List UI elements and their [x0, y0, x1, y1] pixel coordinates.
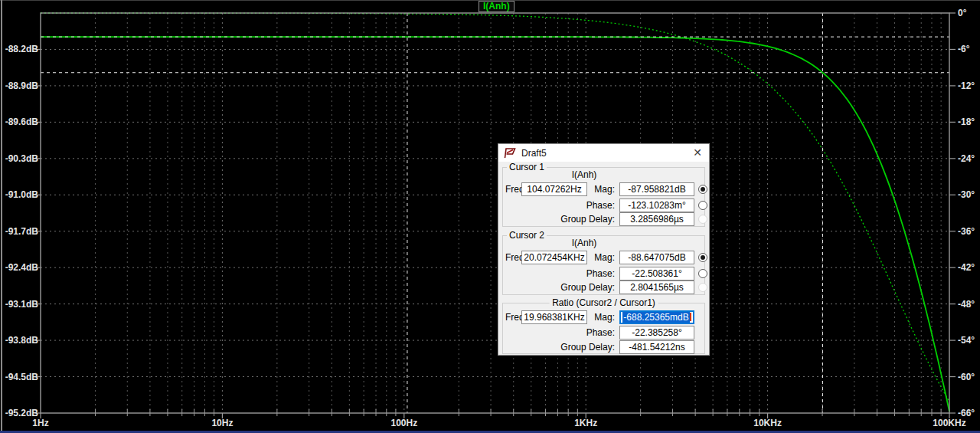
cursor2-mag-radio[interactable] [698, 253, 707, 262]
left-axis-label[interactable]: -91.7dB [5, 226, 39, 237]
cursor1-phase-radio[interactable] [698, 201, 707, 210]
ltspice-logo-icon [504, 147, 516, 159]
ltspice-waveform-window: -88.2dB-88.9dB-89.6dB-90.3dB-91.0dB-91.7… [0, 0, 980, 433]
cursor2-gd-field[interactable]: 2.8041565µs [619, 280, 694, 294]
ratio-mag-field[interactable]: -688.25365mdB [619, 310, 694, 324]
ratio-heading: Ratio (Cursor2 / Cursor1) [549, 297, 658, 308]
cursor1-phase-field[interactable]: -123.10283m° [619, 198, 694, 212]
cursor1-mag-radio[interactable] [698, 185, 707, 194]
right-axis-label[interactable]: 0° [958, 8, 967, 18]
right-axis-label[interactable]: -12° [958, 80, 975, 91]
ratio-mag-label: Mag: [546, 310, 615, 324]
left-axis-label[interactable]: -91.0dB [5, 189, 39, 200]
left-axis-label[interactable]: -93.8dB [5, 335, 39, 346]
left-axis-label[interactable]: -93.1dB [5, 299, 39, 310]
left-axis-label[interactable]: -90.3dB [5, 153, 39, 164]
selected-text: -688.25365mdB [622, 312, 689, 323]
left-axis-label[interactable]: -92.4dB [5, 262, 39, 273]
dialog-titlebar[interactable]: Draft5 ✕ [498, 144, 709, 162]
plot-area[interactable] [41, 13, 949, 413]
ratio-gd-field[interactable]: -481.54212ns [619, 340, 694, 354]
right-axis-label[interactable]: -18° [958, 116, 975, 127]
cursor1-signal: I(Anh) [503, 169, 665, 180]
x-axis-label[interactable]: 100Hz [390, 418, 417, 428]
cursor1-group: Cursor 1 I(Anh) Freq: 104.07262Hz Mag: -… [502, 167, 705, 227]
right-axis-label[interactable]: -24° [958, 153, 975, 164]
right-axis-label[interactable]: -60° [958, 372, 975, 382]
left-axis-label[interactable]: -94.5dB [5, 372, 39, 382]
cursor2-mag-label: Mag: [546, 251, 615, 264]
cursor1-gd-label: Group Delay: [546, 212, 615, 226]
cursor-dialog[interactable]: Draft5 ✕ Cursor 1 I(Anh) Freq: 104.07262… [498, 143, 710, 356]
x-axis-label[interactable]: 1KHz [574, 418, 597, 428]
right-axis-label[interactable]: -54° [958, 335, 975, 346]
left-axis-label[interactable]: -88.2dB [5, 44, 39, 54]
close-icon[interactable]: ✕ [686, 144, 709, 162]
ratio-group: Ratio (Cursor2 / Cursor1) Freq: 19.96838… [502, 303, 705, 354]
cursor1-mag-label: Mag: [546, 182, 615, 196]
x-axis-label[interactable]: 10Hz [211, 418, 233, 428]
right-axis-label[interactable]: -36° [958, 226, 975, 237]
dialog-title: Draft5 [521, 148, 547, 159]
cursor2-mag-field[interactable]: -88.647075dB [619, 251, 694, 264]
bode-plot[interactable]: -88.2dB-88.9dB-89.6dB-90.3dB-91.0dB-91.7… [0, 0, 980, 433]
left-axis-label[interactable]: -95.2dB [5, 408, 39, 418]
right-axis-label[interactable]: -42° [958, 262, 975, 273]
left-axis-label[interactable]: -88.9dB [5, 80, 39, 91]
cursor2-group: Cursor 2 I(Anh) Freq: 20.072454KHz Mag: … [502, 235, 705, 295]
cursor2-phase-radio[interactable] [698, 269, 707, 278]
trace-label[interactable]: I(Anh) [479, 1, 514, 12]
cursor1-mag-field[interactable]: -87.958821dB [619, 182, 694, 196]
right-axis-label[interactable]: -6° [958, 44, 970, 54]
text-caret [690, 313, 691, 321]
cursor2-phase-label: Phase: [546, 267, 615, 280]
cursor1-phase-label: Phase: [546, 198, 615, 212]
ratio-gd-label: Group Delay: [546, 340, 615, 354]
cursor2-phase-field[interactable]: -22.508361° [619, 267, 694, 280]
ratio-phase-label: Phase: [546, 326, 615, 340]
x-axis-label[interactable]: 100KHz [933, 418, 965, 428]
cursor2-gd-radio[interactable] [698, 283, 707, 292]
x-axis-label[interactable]: 10KHz [753, 418, 782, 428]
x-axis-label[interactable]: 1Hz [32, 418, 48, 428]
cursor1-gd-radio[interactable] [698, 215, 707, 224]
left-axis-label[interactable]: -89.6dB [5, 116, 39, 127]
ratio-phase-field[interactable]: -22.385258° [619, 326, 694, 340]
cursor2-signal: I(Anh) [503, 238, 665, 248]
right-axis-label[interactable]: -48° [958, 299, 975, 310]
right-axis-label[interactable]: -30° [958, 189, 975, 200]
right-axis-label[interactable]: -66° [958, 408, 975, 418]
cursor1-gd-field[interactable]: 3.2856986µs [619, 212, 694, 226]
cursor2-gd-label: Group Delay: [546, 280, 615, 294]
